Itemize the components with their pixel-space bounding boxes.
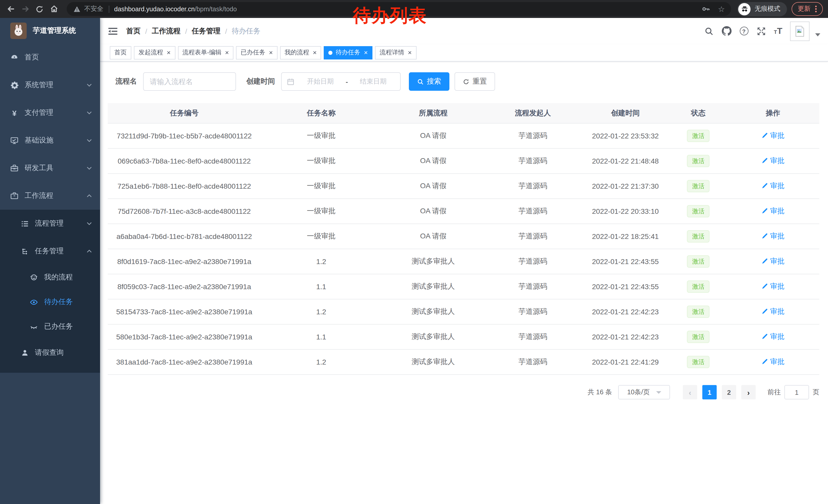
sidebar-item-label: 系统管理 [25,81,87,90]
tab-my-process[interactable]: 我的流程× [280,46,321,59]
page-1-button[interactable]: 1 [702,385,717,400]
cell-task-id: 8f059c03-7ac8-11ec-a9e2-a2380e71991a [108,282,261,291]
browser-menu-icon[interactable] [815,6,817,12]
home-icon[interactable] [48,3,59,15]
sidebar-item-label: 我的流程 [44,273,92,282]
status-badge: 激活 [687,255,709,268]
close-icon[interactable]: × [225,49,229,56]
process-name-input[interactable] [143,72,236,91]
tab-done-tasks[interactable]: 已办任务× [236,46,277,59]
sidebar-item-home[interactable]: 首页 [0,44,100,71]
omnibox-divider [109,5,109,12]
search-button[interactable]: 搜索 [409,72,449,91]
page-url[interactable]: dashboard.yudao.iocoder.cn/bpm/task/todo [114,5,237,12]
approve-button[interactable]: 审批 [761,156,785,166]
prev-page-button[interactable]: ‹ [683,385,697,400]
col-process: 所属流程 [382,108,485,118]
tab-start-process[interactable]: 发起流程× [134,46,175,59]
password-key-icon[interactable] [702,5,710,13]
toolbox-icon [10,164,18,172]
sidebar-toggle-icon[interactable] [108,26,118,36]
start-date-placeholder[interactable]: 开始日期 [299,77,342,86]
sidebar-item-todo-tasks[interactable]: 待办任务 [0,290,100,314]
help-icon[interactable]: ? [740,27,748,35]
sidebar-item-workflow[interactable]: 工作流程 [0,182,100,210]
sidebar-item-label: 首页 [25,53,92,62]
fullscreen-icon[interactable] [756,26,766,36]
forward-icon [19,3,31,15]
approve-button[interactable]: 审批 [761,282,785,291]
status-badge: 激活 [687,280,709,293]
update-label[interactable]: 更新 [798,5,811,13]
people-icon [30,273,38,281]
sidebar-item-devtools[interactable]: 研发工具 [0,154,100,182]
end-date-placeholder[interactable]: 结束日期 [351,77,395,86]
approve-button[interactable]: 审批 [761,257,785,266]
cell-starter: 芋道源码 [485,332,581,341]
security-warning-icon[interactable] [73,5,81,12]
tags-view: 首页 发起流程× 流程表单-编辑× 已办任务× 我的流程× 待办任务× 流程详情… [100,44,828,61]
close-icon[interactable]: × [364,49,368,56]
sidebar-item-done-tasks[interactable]: 已办任务 [0,314,100,339]
font-size-icon[interactable]: TT [774,27,782,35]
caret-down-icon[interactable] [815,33,820,36]
approve-button[interactable]: 审批 [761,207,785,216]
sidebar-item-process-mgmt[interactable]: 流程管理 [0,210,100,237]
create-time-label: 创建时间 [246,77,275,86]
approve-button[interactable]: 审批 [761,357,785,367]
sidebar-item-system[interactable]: 系统管理 [0,71,100,99]
briefcase-icon [10,192,18,200]
page-2-button[interactable]: 2 [722,385,736,400]
pencil-icon [761,359,768,365]
approve-button[interactable]: 审批 [761,182,785,191]
navbar-tools: ? TT [704,21,820,41]
sidebar-item-label: 请假查询 [35,348,92,357]
close-icon[interactable]: × [167,49,171,56]
tab-home[interactable]: 首页 [110,46,131,59]
cell-task-name: 一级审批 [261,131,382,140]
bookmark-star-icon[interactable]: ☆ [718,5,725,13]
approve-button[interactable]: 审批 [761,332,785,341]
close-icon[interactable]: × [313,49,317,56]
list-icon [20,220,29,228]
breadcrumb-task-mgmt[interactable]: 任务管理 [192,27,220,36]
search-icon [417,78,424,85]
chevron-up-icon [87,249,92,254]
sidebar-item-payment[interactable]: ¥ 支付管理 [0,99,100,127]
search-icon[interactable] [704,26,714,36]
cell-task-name: 1.2 [261,358,382,366]
security-warning-label[interactable]: 不安全 [84,5,104,13]
goto-page-input[interactable] [784,385,809,400]
tab-todo-tasks[interactable]: 待办任务× [324,46,372,59]
sidebar-item-infrastructure[interactable]: 基础设施 [0,127,100,154]
tab-form-edit[interactable]: 流程表单-编辑× [178,46,234,59]
pencil-icon [761,283,768,290]
avatar[interactable] [790,21,810,41]
sidebar-item-leave-query[interactable]: 请假查询 [0,339,100,367]
cell-process: OA 请假 [382,182,485,191]
close-icon[interactable]: × [269,49,273,56]
approve-button[interactable]: 审批 [761,232,785,241]
reset-button[interactable]: 重置 [455,72,495,91]
next-page-button[interactable]: › [741,385,756,400]
cell-starter: 芋道源码 [485,307,581,316]
back-icon[interactable] [5,3,16,15]
sidebar-item-task-mgmt[interactable]: 任务管理 [0,237,100,265]
github-icon[interactable] [721,26,732,36]
close-icon[interactable]: × [408,49,412,56]
approve-button[interactable]: 审批 [761,131,785,140]
breadcrumb-home[interactable]: 首页 [126,27,140,36]
approve-button[interactable]: 审批 [761,307,785,316]
cell-task-id: 58154733-7ac8-11ec-a9e2-a2380e71991a [108,308,261,316]
cell-task-name: 一级审批 [261,207,382,216]
reload-icon[interactable] [34,3,45,15]
page-size-select[interactable]: 10条/页 [618,385,670,400]
breadcrumb-workflow[interactable]: 工作流程 [152,27,180,36]
tab-process-detail[interactable]: 流程详情× [375,46,416,59]
sidebar-item-my-process[interactable]: 我的流程 [0,265,100,290]
sidebar-logo[interactable]: 芋道管理系统 [0,18,100,44]
table-row: 8f059c03-7ac8-11ec-a9e2-a2380e71991a 1.1… [108,274,819,300]
date-range-picker[interactable]: 开始日期 - 结束日期 [281,72,401,91]
cell-create-time: 2022-01-22 21:37:30 [581,182,670,190]
browser-update-button[interactable]: 更新 [792,2,823,16]
